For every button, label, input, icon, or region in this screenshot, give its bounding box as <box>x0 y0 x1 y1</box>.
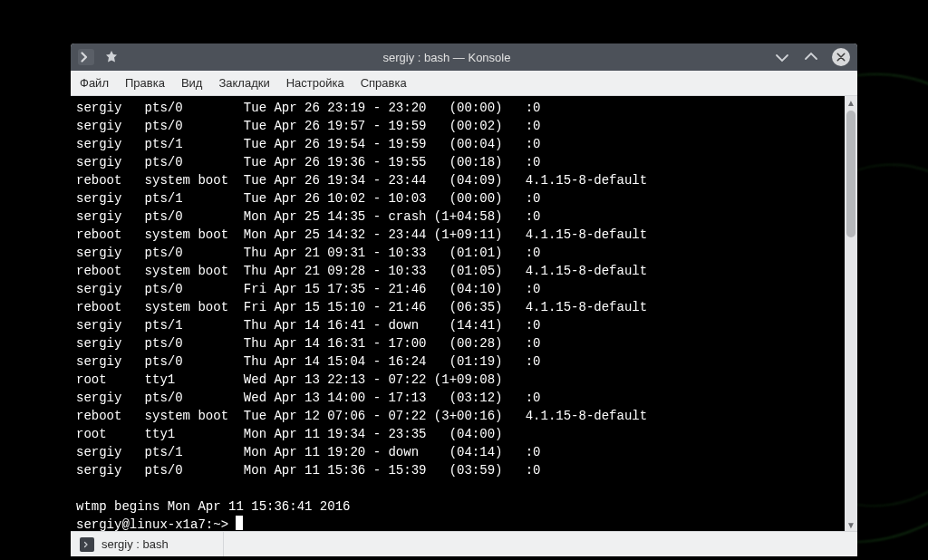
scroll-up-icon[interactable]: ▲ <box>845 96 857 109</box>
titlebar[interactable]: sergiy : bash — Konsole <box>71 43 857 71</box>
terminal-output[interactable]: sergiy pts/0 Tue Apr 26 23:19 - 23:20 (0… <box>71 96 845 531</box>
scroll-down-icon[interactable]: ▼ <box>845 518 857 531</box>
maximize-icon[interactable] <box>803 49 819 65</box>
menu-bookmarks[interactable]: Закладки <box>218 76 269 90</box>
tab-1[interactable]: sergiy : bash <box>71 532 224 556</box>
menu-settings[interactable]: Настройка <box>286 76 344 90</box>
pin-icon[interactable] <box>103 49 120 65</box>
menu-view[interactable]: Вид <box>181 76 203 90</box>
tab-terminal-icon <box>80 537 94 552</box>
menu-help[interactable]: Справка <box>361 76 407 90</box>
minimize-icon[interactable] <box>774 49 790 65</box>
window-title: sergiy : bash — Konsole <box>120 51 774 64</box>
scroll-thumb[interactable] <box>846 111 856 237</box>
menubar: Файл Правка Вид Закладки Настройка Справ… <box>71 71 857 96</box>
cursor <box>236 516 243 530</box>
app-icon <box>78 49 94 65</box>
konsole-window: sergiy : bash — Konsole Файл Правка Вид … <box>71 43 857 556</box>
tab-label: sergiy : bash <box>102 537 169 551</box>
tabbar: sergiy : bash <box>71 531 857 556</box>
menu-edit[interactable]: Правка <box>125 76 165 90</box>
close-icon[interactable] <box>832 48 850 66</box>
scrollbar[interactable]: ▲ ▼ <box>845 96 857 531</box>
menu-file[interactable]: Файл <box>80 76 109 90</box>
terminal-area: sergiy pts/0 Tue Apr 26 23:19 - 23:20 (0… <box>71 96 857 531</box>
